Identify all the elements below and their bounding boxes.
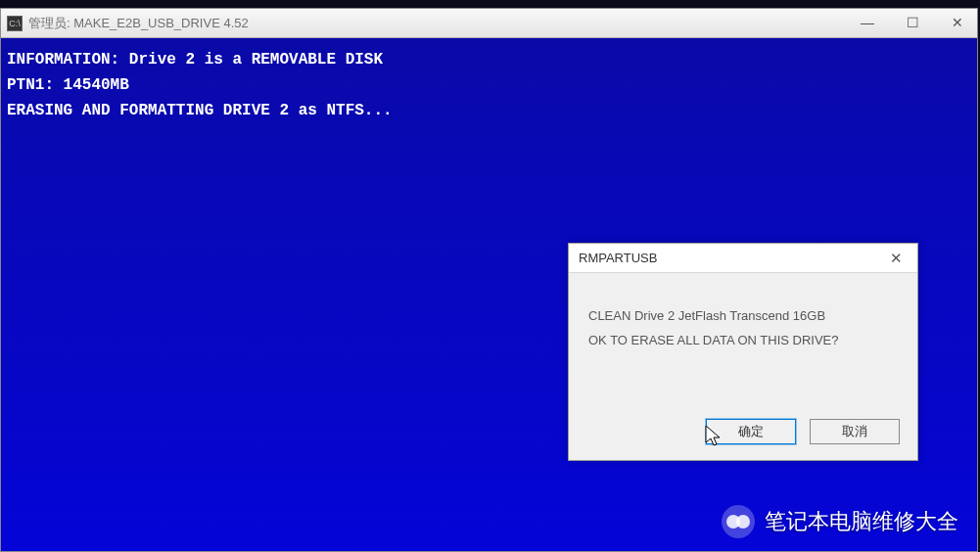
- dialog-titlebar[interactable]: RMPARTUSB ✕: [569, 244, 917, 273]
- console-line: INFORMATION: Drive 2 is a REMOVABLE DISK: [7, 48, 971, 71]
- close-button[interactable]: ✕: [946, 12, 969, 33]
- app-icon: C:\: [7, 16, 23, 31]
- dialog-body: CLEAN Drive 2 JetFlash Transcend 16GB OK…: [569, 273, 917, 362]
- title-prefix: 管理员:: [28, 15, 70, 32]
- window-title: MAKE_E2B_USB_DRIVE 4.52: [73, 16, 248, 30]
- dialog-message-line1: CLEAN Drive 2 JetFlash Transcend 16GB: [588, 304, 898, 329]
- confirmation-dialog: RMPARTUSB ✕ CLEAN Drive 2 JetFlash Trans…: [568, 243, 918, 461]
- console-line: PTN1: 14540MB: [7, 73, 971, 97]
- dialog-message-line2: OK TO ERASE ALL DATA ON THIS DRIVE?: [588, 329, 898, 353]
- dialog-buttons: 确定 取消: [706, 419, 900, 444]
- dialog-title: RMPARTUSB: [579, 251, 657, 265]
- dialog-close-button[interactable]: ✕: [884, 249, 908, 268]
- window-controls: — ☐ ✕: [856, 12, 969, 33]
- ok-button[interactable]: 确定: [706, 419, 796, 444]
- wechat-icon: [722, 505, 755, 538]
- watermark-text: 笔记本电脑维修大全: [765, 507, 958, 536]
- titlebar[interactable]: C:\ 管理员: MAKE_E2B_USB_DRIVE 4.52 — ☐ ✕: [1, 9, 977, 38]
- maximize-button[interactable]: ☐: [901, 12, 924, 33]
- minimize-button[interactable]: —: [856, 12, 879, 33]
- watermark: 笔记本电脑维修大全: [722, 505, 958, 538]
- cancel-button[interactable]: 取消: [810, 419, 900, 444]
- console-line: ERASING AND FORMATTING DRIVE 2 as NTFS..…: [7, 99, 971, 122]
